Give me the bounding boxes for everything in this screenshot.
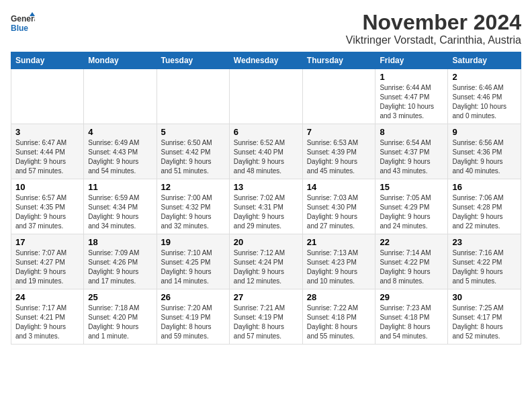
day-number: 19 [161,237,225,247]
day-info: Sunrise: 7:09 AM Sunset: 4:26 PM Dayligh… [88,248,152,286]
table-row: 12Sunrise: 7:00 AM Sunset: 4:32 PM Dayli… [157,179,229,234]
day-number: 30 [452,292,517,302]
day-info: Sunrise: 7:03 AM Sunset: 4:30 PM Dayligh… [307,193,371,231]
table-row: 8Sunrise: 6:54 AM Sunset: 4:37 PM Daylig… [375,124,448,179]
table-row: 19Sunrise: 7:10 AM Sunset: 4:25 PM Dayli… [157,234,229,289]
day-number: 12 [161,182,225,192]
table-row [157,69,229,124]
day-number: 23 [452,237,517,247]
day-info: Sunrise: 7:00 AM Sunset: 4:32 PM Dayligh… [161,193,225,231]
day-info: Sunrise: 7:17 AM Sunset: 4:21 PM Dayligh… [15,304,79,341]
table-row: 4Sunrise: 6:49 AM Sunset: 4:43 PM Daylig… [84,124,157,179]
day-number: 15 [380,182,443,192]
table-row: 15Sunrise: 7:05 AM Sunset: 4:29 PM Dayli… [375,179,448,234]
table-row: 26Sunrise: 7:20 AM Sunset: 4:19 PM Dayli… [157,289,229,345]
day-info: Sunrise: 7:16 AM Sunset: 4:22 PM Dayligh… [452,248,517,286]
day-number: 22 [380,237,443,247]
table-row: 9Sunrise: 6:56 AM Sunset: 4:36 PM Daylig… [448,124,521,179]
day-number: 13 [234,182,298,192]
day-info: Sunrise: 6:59 AM Sunset: 4:34 PM Dayligh… [88,193,152,231]
calendar-week-1: 3Sunrise: 6:47 AM Sunset: 4:44 PM Daylig… [11,124,521,179]
day-info: Sunrise: 7:18 AM Sunset: 4:20 PM Dayligh… [88,304,152,341]
table-row: 23Sunrise: 7:16 AM Sunset: 4:22 PM Dayli… [448,234,521,289]
day-info: Sunrise: 6:47 AM Sunset: 4:44 PM Dayligh… [15,138,79,176]
day-number: 18 [88,237,152,247]
calendar-title: November 2024 [346,11,521,34]
day-info: Sunrise: 6:53 AM Sunset: 4:39 PM Dayligh… [307,138,371,176]
table-row: 18Sunrise: 7:09 AM Sunset: 4:26 PM Dayli… [84,234,157,289]
day-info: Sunrise: 6:46 AM Sunset: 4:46 PM Dayligh… [452,83,517,121]
day-info: Sunrise: 7:07 AM Sunset: 4:27 PM Dayligh… [15,248,79,286]
day-info: Sunrise: 6:54 AM Sunset: 4:37 PM Dayligh… [380,138,443,176]
table-row: 28Sunrise: 7:22 AM Sunset: 4:18 PM Dayli… [302,289,375,345]
day-info: Sunrise: 7:13 AM Sunset: 4:23 PM Dayligh… [307,248,371,286]
table-row: 30Sunrise: 7:25 AM Sunset: 4:17 PM Dayli… [448,289,521,345]
table-row: 25Sunrise: 7:18 AM Sunset: 4:20 PM Dayli… [84,289,157,345]
day-info: Sunrise: 7:02 AM Sunset: 4:31 PM Dayligh… [234,193,298,231]
calendar-week-2: 10Sunrise: 6:57 AM Sunset: 4:35 PM Dayli… [11,179,521,234]
day-info: Sunrise: 7:10 AM Sunset: 4:25 PM Dayligh… [161,248,225,286]
col-friday: Friday [375,52,448,69]
day-info: Sunrise: 7:05 AM Sunset: 4:29 PM Dayligh… [380,193,443,231]
col-thursday: Thursday [302,52,375,69]
table-row: 2Sunrise: 6:46 AM Sunset: 4:46 PM Daylig… [448,69,521,124]
table-row [229,69,302,124]
table-row: 13Sunrise: 7:02 AM Sunset: 4:31 PM Dayli… [229,179,302,234]
day-number: 25 [88,292,152,302]
day-number: 4 [88,127,152,137]
day-number: 29 [380,292,443,302]
day-number: 27 [234,292,298,302]
day-info: Sunrise: 6:44 AM Sunset: 4:47 PM Dayligh… [380,83,443,121]
calendar-subtitle: Viktringer Vorstadt, Carinthia, Austria [346,34,521,46]
day-number: 14 [307,182,371,192]
day-info: Sunrise: 6:49 AM Sunset: 4:43 PM Dayligh… [88,138,152,176]
col-tuesday: Tuesday [157,52,229,69]
calendar-week-0: 1Sunrise: 6:44 AM Sunset: 4:47 PM Daylig… [11,69,521,124]
day-info: Sunrise: 7:12 AM Sunset: 4:24 PM Dayligh… [234,248,298,286]
day-number: 1 [380,72,443,82]
table-row: 6Sunrise: 6:52 AM Sunset: 4:40 PM Daylig… [229,124,302,179]
logo: General Blue [11,11,35,35]
day-number: 20 [234,237,298,247]
table-row: 27Sunrise: 7:21 AM Sunset: 4:19 PM Dayli… [229,289,302,345]
day-info: Sunrise: 7:21 AM Sunset: 4:19 PM Dayligh… [234,304,298,341]
col-wednesday: Wednesday [229,52,302,69]
day-number: 16 [452,182,517,192]
table-row [11,69,84,124]
col-sunday: Sunday [11,52,84,69]
col-saturday: Saturday [448,52,521,69]
table-row: 20Sunrise: 7:12 AM Sunset: 4:24 PM Dayli… [229,234,302,289]
table-row: 29Sunrise: 7:23 AM Sunset: 4:18 PM Dayli… [375,289,448,345]
table-row: 7Sunrise: 6:53 AM Sunset: 4:39 PM Daylig… [302,124,375,179]
table-row: 21Sunrise: 7:13 AM Sunset: 4:23 PM Dayli… [302,234,375,289]
day-info: Sunrise: 6:57 AM Sunset: 4:35 PM Dayligh… [15,193,79,231]
day-number: 6 [234,127,298,137]
table-row: 5Sunrise: 6:50 AM Sunset: 4:42 PM Daylig… [157,124,229,179]
day-info: Sunrise: 6:50 AM Sunset: 4:42 PM Dayligh… [161,138,225,176]
header-row: Sunday Monday Tuesday Wednesday Thursday… [11,52,521,69]
title-block: November 2024 Viktringer Vorstadt, Carin… [346,11,521,46]
day-number: 26 [161,292,225,302]
calendar-week-3: 17Sunrise: 7:07 AM Sunset: 4:27 PM Dayli… [11,234,521,289]
day-info: Sunrise: 7:23 AM Sunset: 4:18 PM Dayligh… [380,304,443,341]
table-row [302,69,375,124]
table-row: 17Sunrise: 7:07 AM Sunset: 4:27 PM Dayli… [11,234,84,289]
table-row: 22Sunrise: 7:14 AM Sunset: 4:22 PM Dayli… [375,234,448,289]
table-row: 3Sunrise: 6:47 AM Sunset: 4:44 PM Daylig… [11,124,84,179]
day-info: Sunrise: 7:14 AM Sunset: 4:22 PM Dayligh… [380,248,443,286]
logo-icon: General Blue [11,11,35,35]
table-row [84,69,157,124]
day-info: Sunrise: 7:20 AM Sunset: 4:19 PM Dayligh… [161,304,225,341]
day-info: Sunrise: 6:56 AM Sunset: 4:36 PM Dayligh… [452,138,517,176]
day-number: 2 [452,72,517,82]
table-row: 24Sunrise: 7:17 AM Sunset: 4:21 PM Dayli… [11,289,84,345]
day-info: Sunrise: 7:22 AM Sunset: 4:18 PM Dayligh… [307,304,371,341]
col-monday: Monday [84,52,157,69]
day-info: Sunrise: 6:52 AM Sunset: 4:40 PM Dayligh… [234,138,298,176]
day-number: 17 [15,237,79,247]
day-number: 21 [307,237,371,247]
day-number: 7 [307,127,371,137]
day-number: 11 [88,182,152,192]
calendar-week-4: 24Sunrise: 7:17 AM Sunset: 4:21 PM Dayli… [11,289,521,345]
day-number: 3 [15,127,79,137]
